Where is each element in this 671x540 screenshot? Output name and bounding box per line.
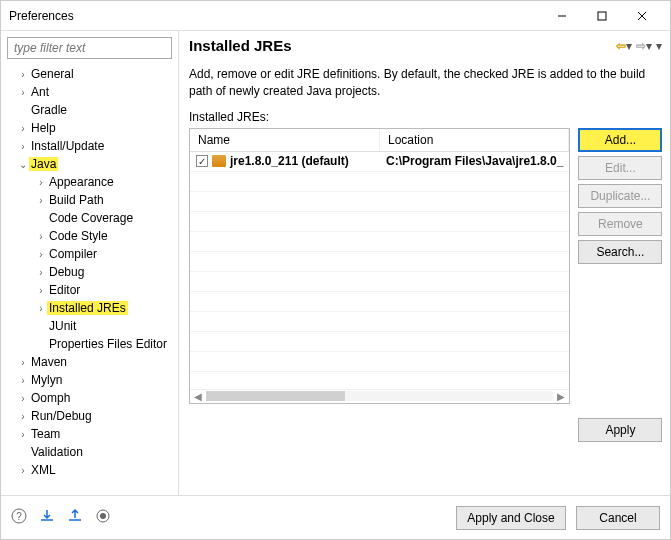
help-icon[interactable]: ? (11, 508, 27, 527)
chevron-right-icon: › (17, 123, 29, 134)
tree-item-label: Oomph (29, 391, 72, 405)
horizontal-scrollbar[interactable]: ◀ ▶ (190, 389, 569, 403)
tree-item-build-path[interactable]: ›Build Path (7, 191, 172, 209)
remove-button[interactable]: Remove (578, 212, 662, 236)
chevron-right-icon: › (35, 249, 47, 260)
tree-item-code-style[interactable]: ›Code Style (7, 227, 172, 245)
window-title: Preferences (9, 9, 542, 23)
chevron-right-icon: › (35, 195, 47, 206)
edit-button[interactable]: Edit... (578, 156, 662, 180)
tree-item-label: Properties Files Editor (47, 337, 169, 351)
tree-item-run-debug[interactable]: ›Run/Debug (7, 407, 172, 425)
chevron-right-icon: › (35, 267, 47, 278)
export-icon[interactable] (67, 508, 83, 527)
duplicate-button[interactable]: Duplicate... (578, 184, 662, 208)
preference-tree[interactable]: ›General›AntGradle›Help›Install/Update⌄J… (5, 65, 174, 489)
table-row (190, 272, 569, 292)
tree-item-label: Compiler (47, 247, 99, 261)
table-row (190, 232, 569, 252)
tree-item-mylyn[interactable]: ›Mylyn (7, 371, 172, 389)
minimize-button[interactable] (542, 2, 582, 30)
tree-item-code-coverage[interactable]: Code Coverage (7, 209, 172, 227)
tree-item-oomph[interactable]: ›Oomph (7, 389, 172, 407)
search-button[interactable]: Search... (578, 240, 662, 264)
tree-item-ant[interactable]: ›Ant (7, 83, 172, 101)
tree-item-label: Editor (47, 283, 82, 297)
table-row (190, 212, 569, 232)
chevron-right-icon: › (17, 69, 29, 80)
tree-item-team[interactable]: ›Team (7, 425, 172, 443)
tree-item-label: Gradle (29, 103, 69, 117)
chevron-right-icon: › (17, 465, 29, 476)
chevron-right-icon: › (17, 141, 29, 152)
svg-point-7 (100, 513, 106, 519)
tree-item-label: Maven (29, 355, 69, 369)
tree-item-xml[interactable]: ›XML (7, 461, 172, 479)
tree-item-junit[interactable]: JUnit (7, 317, 172, 335)
chevron-right-icon: › (17, 87, 29, 98)
tree-item-debug[interactable]: ›Debug (7, 263, 172, 281)
tree-item-compiler[interactable]: ›Compiler (7, 245, 172, 263)
tree-item-label: Team (29, 427, 62, 441)
table-row (190, 252, 569, 272)
chevron-right-icon: › (17, 411, 29, 422)
column-header-name[interactable]: Name (190, 129, 380, 151)
svg-rect-1 (598, 12, 606, 20)
tree-item-general[interactable]: ›General (7, 65, 172, 83)
back-button[interactable]: ⇦ ▾ (616, 39, 632, 53)
chevron-right-icon: › (17, 357, 29, 368)
table-row (190, 172, 569, 192)
jre-location: C:\Program Files\Java\jre1.8.0_ (380, 154, 569, 168)
jre-table[interactable]: Name Location ✓jre1.8.0_211 (default)C:\… (189, 128, 570, 404)
tree-item-label: Java (29, 157, 58, 171)
chevron-right-icon: › (35, 231, 47, 242)
tree-item-install-update[interactable]: ›Install/Update (7, 137, 172, 155)
tree-item-label: Code Coverage (47, 211, 135, 225)
checkbox-icon[interactable]: ✓ (196, 155, 208, 167)
cancel-button[interactable]: Cancel (576, 506, 660, 530)
preference-tree-panel: ›General›AntGradle›Help›Install/Update⌄J… (1, 31, 179, 495)
dialog-footer: ? Apply and Close Cancel (1, 495, 670, 539)
chevron-right-icon: › (35, 285, 47, 296)
chevron-right-icon: › (17, 393, 29, 404)
tree-item-label: Debug (47, 265, 86, 279)
table-row[interactable]: ✓jre1.8.0_211 (default)C:\Program Files\… (190, 152, 569, 172)
chevron-right-icon: › (35, 177, 47, 188)
tree-item-label: JUnit (47, 319, 78, 333)
maximize-button[interactable] (582, 2, 622, 30)
tree-item-help[interactable]: ›Help (7, 119, 172, 137)
import-icon[interactable] (39, 508, 55, 527)
filter-input[interactable] (7, 37, 172, 59)
tree-item-appearance[interactable]: ›Appearance (7, 173, 172, 191)
jre-icon (212, 155, 226, 167)
add-button[interactable]: Add... (578, 128, 662, 152)
tree-item-label: Build Path (47, 193, 106, 207)
tree-item-gradle[interactable]: Gradle (7, 101, 172, 119)
tree-item-validation[interactable]: Validation (7, 443, 172, 461)
tree-item-maven[interactable]: ›Maven (7, 353, 172, 371)
tree-item-label: Validation (29, 445, 85, 459)
chevron-right-icon: › (35, 303, 47, 314)
tree-item-java[interactable]: ⌄Java (7, 155, 172, 173)
tree-item-label: Appearance (47, 175, 116, 189)
menu-button[interactable]: ▾ (656, 39, 662, 53)
section-label: Installed JREs: (189, 110, 662, 124)
svg-text:?: ? (16, 511, 22, 522)
forward-button[interactable]: ⇨ ▾ (636, 39, 652, 53)
tree-item-editor[interactable]: ›Editor (7, 281, 172, 299)
tree-item-label: Mylyn (29, 373, 64, 387)
tree-item-label: General (29, 67, 76, 81)
apply-button[interactable]: Apply (578, 418, 662, 442)
jre-name: jre1.8.0_211 (default) (230, 154, 349, 168)
page-title: Installed JREs (189, 37, 612, 54)
close-button[interactable] (622, 2, 662, 30)
column-header-location[interactable]: Location (380, 129, 569, 151)
tree-item-properties-files-editor[interactable]: Properties Files Editor (7, 335, 172, 353)
tree-item-label: Run/Debug (29, 409, 94, 423)
tree-item-installed-jres[interactable]: ›Installed JREs (7, 299, 172, 317)
apply-and-close-button[interactable]: Apply and Close (456, 506, 566, 530)
table-row (190, 192, 569, 212)
table-row (190, 372, 569, 389)
table-row (190, 292, 569, 312)
record-icon[interactable] (95, 508, 111, 527)
